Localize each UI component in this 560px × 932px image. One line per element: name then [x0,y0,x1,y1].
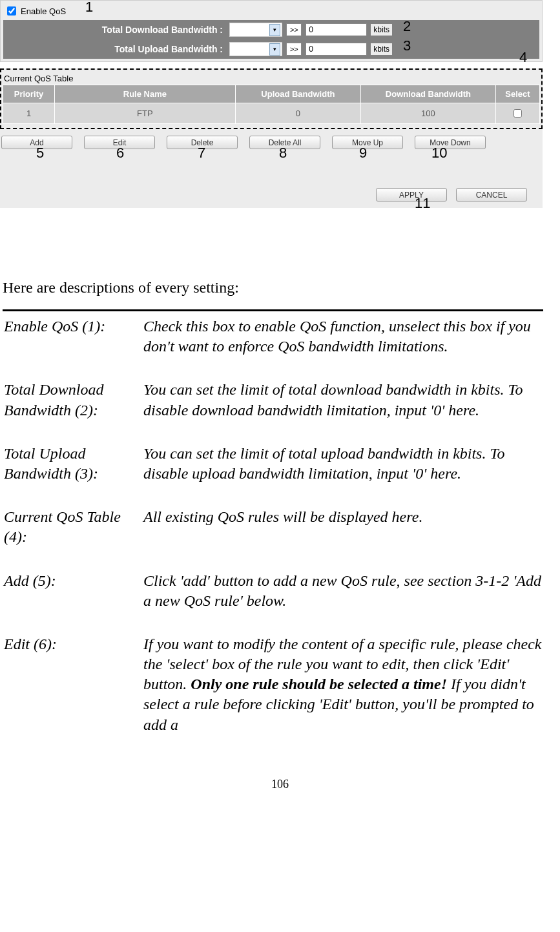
divider [3,309,543,311]
upload-copy-button[interactable]: >> [286,43,302,56]
callout-9: 9 [359,145,367,161]
col-priority: Priority [3,85,55,103]
desc-row: Total Download Bandwidth (2): You can se… [4,380,542,442]
desc-body: Click 'add' button to add a new QoS rule… [143,571,542,633]
callout-10: 10 [431,145,447,161]
description-table: Enable QoS (1): Check this box to enable… [3,315,543,758]
move-up-button[interactable]: Move Up [332,136,403,149]
download-select[interactable]: ---Select--- ▾ [229,23,282,37]
cell-priority: 1 [3,103,55,124]
desc-bold: Only one rule should be selected a time! [191,676,447,692]
download-select-text: ---Select--- [231,25,268,34]
cell-rule: FTP [54,103,235,124]
qos-table: Priority Rule Name Upload Bandwidth Down… [3,85,540,124]
bandwidth-box: Total Download Bandwidth : ---Select--- … [3,20,539,59]
callout-1: 1 [85,0,93,16]
desc-body: All existing QoS rules will be displayed… [143,507,542,569]
callout-7: 7 [198,145,205,161]
callout-2: 2 [403,18,411,35]
col-download-bw: Download Bandwidth [361,85,496,103]
enable-qos-label: Enable QoS [21,6,66,16]
upload-bw-label: Total Upload Bandwidth : [3,44,225,54]
desc-term: Total Upload Bandwidth (3): [4,444,142,506]
move-down-button[interactable]: Move Down [415,136,486,149]
download-bw-input[interactable] [306,23,367,36]
cell-upload: 0 [235,103,360,124]
desc-term: Current QoS Table (4): [4,507,142,569]
desc-body: You can set the limit of total upload ba… [143,444,542,506]
callout-5: 5 [36,145,44,161]
download-unit-label: kbits [371,24,392,36]
callout-4: 4 [519,49,527,66]
qos-table-section: Current QoS Table Priority Rule Name Upl… [0,68,543,129]
page-number: 106 [0,758,560,798]
callout-8: 8 [279,145,287,161]
upload-unit-label: kbits [371,43,392,55]
desc-row: Enable QoS (1): Check this box to enable… [4,316,542,378]
enable-qos-checkbox[interactable] [7,6,16,16]
table-row: 1 FTP 0 100 [3,103,540,124]
desc-row: Total Upload Bandwidth (3): You can set … [4,444,542,506]
download-copy-button[interactable]: >> [286,23,302,36]
dropdown-icon: ▾ [269,24,280,36]
document-body: Here are descriptions of every setting: … [0,279,546,758]
qos-table-caption: Current QoS Table [3,72,540,85]
desc-term: Edit (6): [4,634,142,757]
apply-button[interactable]: APPLY [376,188,447,202]
desc-body: You can set the limit of total download … [143,380,542,442]
desc-term: Enable QoS (1): [4,316,142,378]
download-bw-label: Total Download Bandwidth : [3,25,225,35]
intro-text: Here are descriptions of every setting: [3,279,543,296]
action-button-row: Add Edit Delete Delete All Move Up Move … [0,129,543,156]
callout-11: 11 [415,195,430,212]
callout-6: 6 [116,145,124,161]
desc-row: Current QoS Table (4): All existing QoS … [4,507,542,569]
upload-select-text: ---Select--- [231,45,268,54]
upload-select[interactable]: ---Select--- ▾ [229,42,282,56]
col-upload-bw: Upload Bandwidth [235,85,360,103]
desc-row: Add (5): Click 'add' button to add a new… [4,571,542,633]
cell-download: 100 [361,103,496,124]
desc-term: Total Download Bandwidth (2): [4,380,142,442]
desc-body: If you want to modify the content of a s… [143,634,542,757]
qos-panel: Enable QoS Total Download Bandwidth : --… [0,0,543,62]
desc-body: Check this box to enable QoS function, u… [143,316,542,378]
row-select-checkbox[interactable] [513,109,522,118]
col-rule-name: Rule Name [54,85,235,103]
cancel-button[interactable]: CANCEL [456,188,527,202]
dropdown-icon: ▾ [269,43,280,56]
col-select: Select [495,85,539,103]
apply-row: APPLY CANCEL [0,156,543,208]
upload-bw-input[interactable] [306,43,367,56]
callout-3: 3 [403,37,411,54]
desc-row: Edit (6): If you want to modify the cont… [4,634,542,757]
desc-term: Add (5): [4,571,142,633]
cell-select [495,103,539,124]
